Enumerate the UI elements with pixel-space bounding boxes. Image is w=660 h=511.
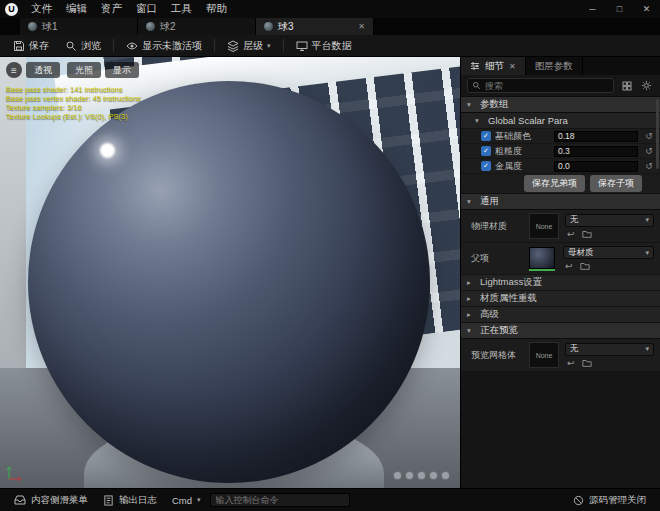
- section-general[interactable]: ▾ 通用: [461, 194, 660, 210]
- cmd-label: Cmd: [172, 495, 192, 506]
- dropdown-value: 无: [570, 343, 579, 355]
- viewport-setting-dot[interactable]: [393, 471, 402, 480]
- chevron-down-icon: ▾: [645, 249, 649, 257]
- toolbar-separator: [113, 39, 114, 52]
- tab-close-icon[interactable]: ✕: [358, 22, 365, 31]
- save-child-button[interactable]: 保存子项: [590, 175, 642, 192]
- preview-mesh-dropdown[interactable]: 无 ▾: [565, 343, 654, 356]
- section-material-overrides[interactable]: ▸ 材质属性重载: [461, 291, 660, 307]
- override-checkbox[interactable]: ✓: [481, 146, 491, 156]
- section-parameter-groups[interactable]: ▾ 参数组: [461, 97, 660, 113]
- cmd-selector[interactable]: Cmd ▾: [166, 489, 207, 511]
- menu-asset[interactable]: 资产: [94, 0, 129, 18]
- panel-scrollbar[interactable]: [656, 99, 659, 169]
- search-box[interactable]: [467, 78, 614, 93]
- hierarchy-button[interactable]: 层级 ▾: [220, 37, 278, 55]
- output-log-button[interactable]: 输出日志: [97, 489, 163, 511]
- eye-icon: [126, 40, 138, 52]
- reset-icon[interactable]: ↺: [642, 146, 656, 156]
- reset-icon[interactable]: ↺: [642, 161, 656, 171]
- material-thumbnail: [529, 247, 555, 269]
- menu-file[interactable]: 文件: [24, 0, 59, 18]
- content-drawer-button[interactable]: 内容侧滑菜单: [8, 489, 94, 511]
- log-icon: [103, 495, 114, 506]
- browse-to-asset-icon[interactable]: [582, 358, 592, 368]
- lit-mode-button[interactable]: 光照: [67, 62, 101, 78]
- param-value-field[interactable]: [554, 131, 638, 142]
- save-button[interactable]: 保存: [6, 37, 56, 55]
- section-label: 参数组: [480, 98, 509, 111]
- group-global-scalar[interactable]: ▾ Global Scalar Para: [461, 113, 660, 129]
- property-label: 父项: [471, 252, 523, 265]
- perspective-button[interactable]: 透视: [26, 62, 60, 78]
- preview-viewport[interactable]: ≡ 透视 光照 显示 Base pass shader: 141 instruc…: [0, 57, 460, 488]
- section-label: 通用: [480, 195, 499, 208]
- use-selected-icon[interactable]: ↩: [567, 229, 575, 239]
- physical-material-dropdown[interactable]: 无 ▾: [565, 214, 654, 227]
- content-drawer-label: 内容侧滑菜单: [31, 494, 88, 507]
- section-lightmass[interactable]: ▸ Lightmass设置: [461, 275, 660, 291]
- use-selected-icon[interactable]: ↩: [565, 261, 573, 271]
- platform-data-button[interactable]: 平台数据: [289, 37, 359, 55]
- maximize-button[interactable]: □: [606, 0, 633, 18]
- menu-edit[interactable]: 编辑: [59, 0, 94, 18]
- override-checkbox[interactable]: ✓: [481, 131, 491, 141]
- param-value-field[interactable]: [554, 161, 638, 172]
- property-label: 物理材质: [471, 220, 523, 233]
- tab-label: 球1: [42, 20, 58, 34]
- parent-material-dropdown[interactable]: 母材质 ▾: [563, 246, 654, 259]
- viewport-setting-dot[interactable]: [429, 471, 438, 480]
- viewport-menu-button[interactable]: ≡: [6, 62, 22, 78]
- viewport-setting-dot[interactable]: [405, 471, 414, 480]
- save-sibling-button[interactable]: 保存兄弟项: [524, 175, 585, 192]
- asset-thumbnail-none[interactable]: None: [529, 342, 559, 368]
- tab-sphere2[interactable]: 球2: [138, 18, 256, 35]
- details-panel: 细节 ✕ 图层参数: [460, 57, 660, 488]
- asset-thumbnail-none[interactable]: None: [529, 213, 559, 239]
- browse-to-asset-icon[interactable]: [582, 229, 592, 239]
- chevron-right-icon: ▸: [467, 310, 475, 319]
- chevron-right-icon: ▸: [467, 294, 475, 303]
- viewport-setting-dot[interactable]: [417, 471, 426, 480]
- menu-help[interactable]: 帮助: [199, 0, 234, 18]
- browse-icon: [65, 40, 77, 52]
- tab-label: 球3: [278, 20, 294, 34]
- asset-type-color-bar: [529, 269, 555, 271]
- tab-close-icon[interactable]: ✕: [509, 62, 516, 71]
- use-selected-icon[interactable]: ↩: [567, 358, 575, 368]
- override-checkbox[interactable]: ✓: [481, 161, 491, 171]
- minimize-button[interactable]: ─: [579, 0, 606, 18]
- source-control-button[interactable]: 源码管理关闭: [567, 489, 652, 511]
- tab-details[interactable]: 细节 ✕: [461, 57, 526, 75]
- document-tab-bar: 球1 球2 球3 ✕: [0, 18, 660, 35]
- menu-tools[interactable]: 工具: [164, 0, 199, 18]
- menu-window[interactable]: 窗口: [129, 0, 164, 18]
- stat-line: Texture Lookups (Est.): VS(0), PS(3): [6, 112, 141, 121]
- search-input[interactable]: [485, 81, 609, 91]
- material-instance-icon: [146, 22, 155, 31]
- section-label: Lightmass设置: [480, 276, 542, 289]
- parent-asset-thumbnail[interactable]: [529, 247, 557, 271]
- save-buttons-row: 保存兄弟项 保存子项: [461, 174, 660, 194]
- viewport-setting-dot[interactable]: [441, 471, 450, 480]
- check-icon: ✓: [483, 132, 489, 140]
- section-previewing[interactable]: ▾ 正在预览: [461, 323, 660, 339]
- section-advanced[interactable]: ▸ 高级: [461, 307, 660, 323]
- param-label: 金属度: [495, 160, 550, 173]
- show-inactive-button[interactable]: 显示未激活项: [119, 37, 209, 55]
- tab-sphere1[interactable]: 球1: [20, 18, 138, 35]
- browse-button[interactable]: 浏览: [58, 37, 108, 55]
- tab-layer-parameters[interactable]: 图层参数: [526, 57, 583, 75]
- gear-icon[interactable]: [639, 80, 654, 91]
- browse-to-asset-icon[interactable]: [580, 261, 590, 271]
- tab-sphere3[interactable]: 球3 ✕: [256, 18, 374, 35]
- show-flags-button[interactable]: 显示: [105, 62, 139, 78]
- param-value-field[interactable]: [554, 146, 638, 157]
- console-command-input[interactable]: [210, 493, 350, 507]
- reset-icon[interactable]: ↺: [642, 131, 656, 141]
- tab-label: 球2: [160, 20, 176, 34]
- param-label: 基础颜色: [495, 130, 550, 143]
- close-button[interactable]: ✕: [633, 0, 660, 18]
- view-options-icon[interactable]: [619, 81, 634, 91]
- stat-line: Base pass vertex shader: 45 instructions: [6, 94, 141, 103]
